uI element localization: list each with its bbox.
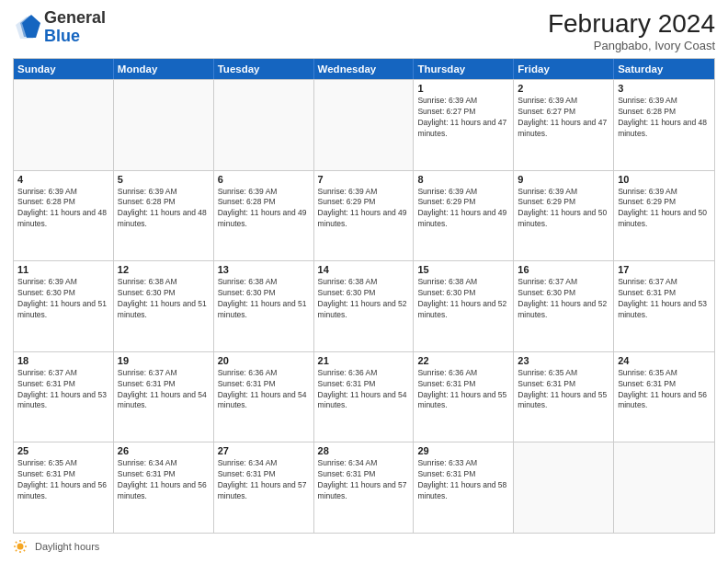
calendar-cell-2-6: 9Sunrise: 6:39 AM Sunset: 6:29 PM Daylig… — [514, 171, 614, 261]
calendar-cell-4-2: 19Sunrise: 6:37 AM Sunset: 6:31 PM Dayli… — [114, 352, 214, 442]
cell-info: Sunrise: 6:37 AM Sunset: 6:31 PM Dayligh… — [118, 368, 210, 412]
calendar-row-4: 18Sunrise: 6:37 AM Sunset: 6:31 PM Dayli… — [14, 351, 714, 442]
day-number: 21 — [318, 355, 410, 366]
calendar-header: SundayMondayTuesdayWednesdayThursdayFrid… — [14, 59, 714, 79]
calendar-cell-3-1: 11Sunrise: 6:39 AM Sunset: 6:30 PM Dayli… — [14, 261, 114, 351]
cell-info: Sunrise: 6:36 AM Sunset: 6:31 PM Dayligh… — [417, 368, 509, 412]
calendar-cell-1-2 — [114, 80, 214, 170]
calendar-cell-3-4: 14Sunrise: 6:38 AM Sunset: 6:30 PM Dayli… — [314, 261, 415, 351]
cell-info: Sunrise: 6:37 AM Sunset: 6:31 PM Dayligh… — [17, 368, 109, 412]
footer: Daylight hours — [13, 539, 715, 554]
cell-info: Sunrise: 6:35 AM Sunset: 6:31 PM Dayligh… — [17, 458, 109, 502]
calendar-cell-5-1: 25Sunrise: 6:35 AM Sunset: 6:31 PM Dayli… — [14, 442, 114, 533]
day-number: 5 — [118, 174, 210, 185]
cell-info: Sunrise: 6:39 AM Sunset: 6:29 PM Dayligh… — [318, 187, 410, 231]
cell-info: Sunrise: 6:37 AM Sunset: 6:31 PM Dayligh… — [618, 277, 711, 321]
day-number: 14 — [318, 264, 410, 275]
cell-info: Sunrise: 6:34 AM Sunset: 6:31 PM Dayligh… — [218, 458, 310, 502]
calendar-cell-2-1: 4Sunrise: 6:39 AM Sunset: 6:28 PM Daylig… — [14, 171, 114, 261]
calendar-cell-5-3: 27Sunrise: 6:34 AM Sunset: 6:31 PM Dayli… — [214, 442, 314, 533]
cell-info: Sunrise: 6:38 AM Sunset: 6:30 PM Dayligh… — [218, 277, 310, 321]
day-number: 8 — [417, 174, 509, 185]
cell-info: Sunrise: 6:39 AM Sunset: 6:29 PM Dayligh… — [417, 187, 509, 231]
day-number: 17 — [618, 264, 711, 275]
cell-info: Sunrise: 6:34 AM Sunset: 6:31 PM Dayligh… — [118, 458, 210, 502]
cell-info: Sunrise: 6:35 AM Sunset: 6:31 PM Dayligh… — [518, 368, 609, 412]
logo-general: General — [44, 8, 106, 27]
day-number: 10 — [618, 174, 711, 185]
cell-info: Sunrise: 6:39 AM Sunset: 6:29 PM Dayligh… — [518, 187, 609, 231]
day-number: 18 — [17, 355, 109, 366]
calendar-cell-2-2: 5Sunrise: 6:39 AM Sunset: 6:28 PM Daylig… — [114, 171, 214, 261]
calendar-cell-2-4: 7Sunrise: 6:39 AM Sunset: 6:29 PM Daylig… — [314, 171, 415, 261]
calendar-cell-4-6: 23Sunrise: 6:35 AM Sunset: 6:31 PM Dayli… — [514, 352, 614, 442]
day-header-sunday: Sunday — [14, 59, 114, 79]
calendar-cell-2-5: 8Sunrise: 6:39 AM Sunset: 6:29 PM Daylig… — [414, 171, 514, 261]
calendar-row-5: 25Sunrise: 6:35 AM Sunset: 6:31 PM Dayli… — [14, 442, 714, 533]
day-number: 29 — [417, 445, 509, 456]
calendar-cell-1-1 — [14, 80, 114, 170]
day-header-tuesday: Tuesday — [214, 59, 314, 79]
calendar-subtitle: Pangbabo, Ivory Coast — [548, 39, 715, 52]
day-number: 9 — [518, 174, 609, 185]
logo: General Blue — [13, 9, 106, 46]
calendar-body: 1Sunrise: 6:39 AM Sunset: 6:27 PM Daylig… — [14, 79, 714, 533]
cell-info: Sunrise: 6:36 AM Sunset: 6:31 PM Dayligh… — [218, 368, 310, 412]
day-number: 22 — [417, 355, 509, 366]
page: General Blue February 2024 Pangbabo, Ivo… — [0, 0, 728, 563]
calendar-cell-5-2: 26Sunrise: 6:34 AM Sunset: 6:31 PM Dayli… — [114, 442, 214, 533]
cell-info: Sunrise: 6:39 AM Sunset: 6:29 PM Dayligh… — [618, 187, 711, 231]
calendar-cell-4-5: 22Sunrise: 6:36 AM Sunset: 6:31 PM Dayli… — [414, 352, 514, 442]
cell-info: Sunrise: 6:35 AM Sunset: 6:31 PM Dayligh… — [618, 368, 711, 412]
day-number: 12 — [118, 264, 210, 275]
cell-info: Sunrise: 6:39 AM Sunset: 6:28 PM Dayligh… — [218, 187, 310, 231]
day-number: 2 — [518, 83, 609, 94]
calendar-row-3: 11Sunrise: 6:39 AM Sunset: 6:30 PM Dayli… — [14, 260, 714, 351]
calendar-cell-1-6: 2Sunrise: 6:39 AM Sunset: 6:27 PM Daylig… — [514, 80, 614, 170]
calendar-cell-1-5: 1Sunrise: 6:39 AM Sunset: 6:27 PM Daylig… — [414, 80, 514, 170]
cell-info: Sunrise: 6:33 AM Sunset: 6:31 PM Dayligh… — [417, 458, 509, 502]
calendar-cell-4-1: 18Sunrise: 6:37 AM Sunset: 6:31 PM Dayli… — [14, 352, 114, 442]
calendar-cell-3-7: 17Sunrise: 6:37 AM Sunset: 6:31 PM Dayli… — [614, 261, 714, 351]
calendar: SundayMondayTuesdayWednesdayThursdayFrid… — [13, 58, 715, 534]
cell-info: Sunrise: 6:34 AM Sunset: 6:31 PM Dayligh… — [318, 458, 410, 502]
calendar-cell-1-3 — [214, 80, 314, 170]
calendar-cell-5-6 — [514, 442, 614, 533]
cell-info: Sunrise: 6:37 AM Sunset: 6:30 PM Dayligh… — [518, 277, 609, 321]
day-number: 20 — [218, 355, 310, 366]
day-number: 7 — [318, 174, 410, 185]
cell-info: Sunrise: 6:39 AM Sunset: 6:28 PM Dayligh… — [17, 187, 109, 231]
calendar-cell-3-2: 12Sunrise: 6:38 AM Sunset: 6:30 PM Dayli… — [114, 261, 214, 351]
sun-icon — [13, 539, 28, 554]
calendar-cell-2-7: 10Sunrise: 6:39 AM Sunset: 6:29 PM Dayli… — [614, 171, 714, 261]
day-number: 27 — [218, 445, 310, 456]
calendar-title: February 2024 — [548, 9, 715, 39]
calendar-cell-3-6: 16Sunrise: 6:37 AM Sunset: 6:30 PM Dayli… — [514, 261, 614, 351]
day-number: 13 — [218, 264, 310, 275]
logo-icon — [13, 14, 40, 41]
cell-info: Sunrise: 6:39 AM Sunset: 6:30 PM Dayligh… — [17, 277, 109, 321]
day-number: 26 — [118, 445, 210, 456]
svg-line-11 — [16, 550, 17, 551]
header: General Blue February 2024 Pangbabo, Ivo… — [13, 9, 715, 52]
calendar-cell-5-7 — [614, 442, 714, 533]
svg-line-8 — [16, 542, 17, 543]
day-number: 28 — [318, 445, 410, 456]
day-header-saturday: Saturday — [614, 59, 714, 79]
logo-blue: Blue — [44, 27, 80, 45]
day-number: 1 — [417, 83, 509, 94]
day-header-monday: Monday — [114, 59, 214, 79]
day-number: 4 — [17, 174, 109, 185]
day-number: 3 — [618, 83, 711, 94]
svg-line-9 — [24, 550, 25, 551]
calendar-cell-4-4: 21Sunrise: 6:36 AM Sunset: 6:31 PM Dayli… — [314, 352, 415, 442]
day-number: 16 — [518, 264, 609, 275]
calendar-cell-1-7: 3Sunrise: 6:39 AM Sunset: 6:28 PM Daylig… — [614, 80, 714, 170]
calendar-cell-3-3: 13Sunrise: 6:38 AM Sunset: 6:30 PM Dayli… — [214, 261, 314, 351]
calendar-cell-3-5: 15Sunrise: 6:38 AM Sunset: 6:30 PM Dayli… — [414, 261, 514, 351]
calendar-row-2: 4Sunrise: 6:39 AM Sunset: 6:28 PM Daylig… — [14, 170, 714, 261]
footer-label: Daylight hours — [35, 541, 99, 552]
svg-line-10 — [24, 542, 25, 543]
cell-info: Sunrise: 6:39 AM Sunset: 6:28 PM Dayligh… — [118, 187, 210, 231]
calendar-row-1: 1Sunrise: 6:39 AM Sunset: 6:27 PM Daylig… — [14, 79, 714, 170]
